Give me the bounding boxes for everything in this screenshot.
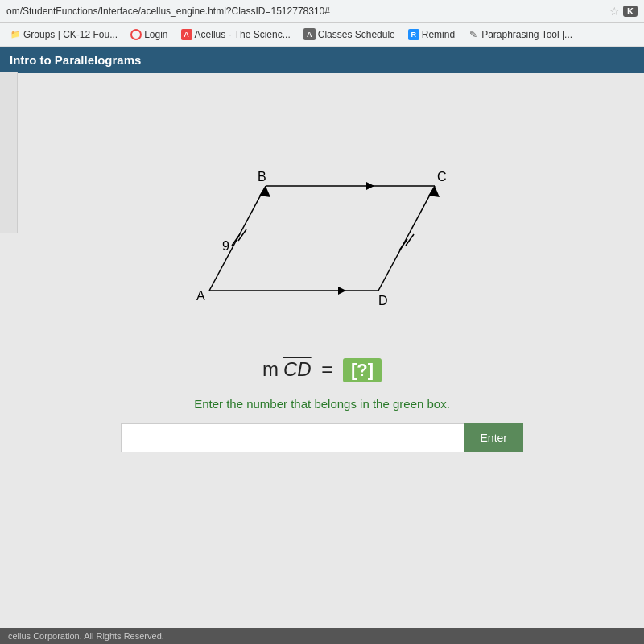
bookmark-remind-label: Remind: [422, 29, 455, 40]
svg-marker-3: [366, 182, 374, 190]
diagram-svg: B C A D 9: [161, 105, 483, 331]
footer-text: cellus Corporation. All Rights Reserved.: [8, 631, 164, 641]
svg-marker-1: [338, 287, 346, 295]
bookmark-login-label: Login: [144, 29, 167, 40]
label-d: D: [378, 294, 388, 308]
label-a: A: [196, 289, 205, 303]
parallelogram-diagram: B C A D 9: [161, 105, 483, 334]
paraphrase-icon: ✎: [468, 29, 479, 40]
math-equals: =: [316, 358, 338, 381]
math-expression: m CD = [?]: [262, 358, 382, 382]
math-prefix: m: [262, 358, 279, 381]
instruction-text: Enter the number that belongs in the gre…: [194, 397, 450, 411]
bookmark-acellus-ck12-label: Acellus - The Scienc...: [195, 29, 291, 40]
bookmark-classes-schedule-label: Classes Schedule: [318, 29, 395, 40]
bookmark-acellus-ck12[interactable]: A Acellus - The Scienc...: [176, 27, 295, 42]
acellus-ck12-icon: A: [181, 29, 192, 40]
k-button[interactable]: K: [623, 6, 638, 17]
side-label: 9: [222, 239, 229, 253]
math-placeholder: [?]: [343, 358, 382, 382]
math-letters: CD: [283, 358, 312, 381]
page-header: Intro to Parallelograms: [0, 47, 644, 73]
bookmark-remind[interactable]: R Remind: [403, 27, 460, 42]
groups-icon: 📁: [10, 29, 21, 40]
url-text: om/StudentFunctions/Interface/acellus_en…: [6, 6, 603, 17]
svg-line-8: [378, 186, 435, 291]
footer: cellus Corporation. All Rights Reserved.: [0, 628, 644, 644]
remind-icon: R: [408, 29, 419, 40]
bookmark-classes-schedule[interactable]: A Classes Schedule: [299, 27, 400, 42]
page-title: Intro to Parallelograms: [10, 53, 141, 67]
bookmark-groups[interactable]: 📁 Groups | CK-12 Fou...: [5, 27, 122, 42]
bookmark-star[interactable]: ☆: [609, 5, 620, 18]
svg-marker-11: [428, 186, 440, 197]
bookmark-paraphrase-label: Paraphrasing Tool |...: [481, 29, 572, 40]
address-bar: om/StudentFunctions/Interface/acellus_en…: [0, 0, 644, 23]
bookmark-login[interactable]: Login: [126, 27, 172, 42]
main-content: B C A D 9 m CD = [?] Enter the number th…: [0, 73, 644, 644]
bookmarks-bar: 📁 Groups | CK-12 Fou... Login A Acellus …: [0, 23, 644, 47]
answer-input[interactable]: [121, 423, 464, 452]
enter-button[interactable]: Enter: [464, 423, 523, 452]
svg-marker-7: [259, 186, 270, 197]
classes-schedule-icon: A: [303, 28, 316, 40]
label-b: B: [258, 170, 266, 184]
label-c: C: [437, 170, 447, 184]
bookmark-paraphrase[interactable]: ✎ Paraphrasing Tool |...: [463, 27, 577, 42]
login-icon: [130, 29, 142, 40]
bookmark-groups-label: Groups | CK-12 Fou...: [23, 29, 118, 40]
answer-row: Enter: [121, 423, 523, 452]
side-strip: [0, 72, 18, 233]
